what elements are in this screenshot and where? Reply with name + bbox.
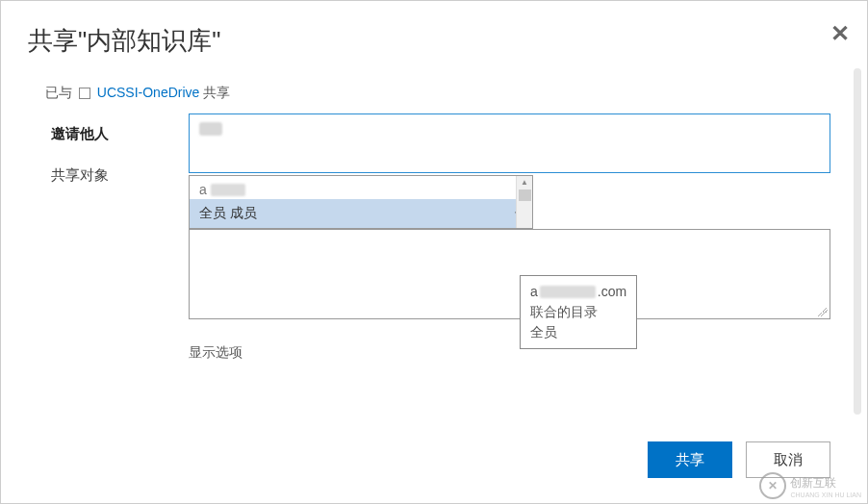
share-dialog: ✕ 共享"内部知识库" 已与 UCSSI-OneDrive 共享 邀请他人 共享… xyxy=(0,0,868,504)
redacted-text xyxy=(199,122,222,136)
tooltip-prefix: a xyxy=(530,282,538,302)
shared-link[interactable]: UCSSI-OneDrive xyxy=(97,85,200,100)
resize-handle-icon[interactable] xyxy=(818,307,828,316)
share-button[interactable]: 共享 xyxy=(648,441,732,478)
redacted-text xyxy=(540,286,596,298)
suggestion-dropdown: ▲ a 全员 成员 ▼ xyxy=(189,175,533,229)
shared-suffix: 共享 xyxy=(203,85,230,100)
tooltip-suffix: .com xyxy=(598,282,626,302)
dialog-title: 共享"内部知识库" xyxy=(1,1,867,58)
shared-prefix: 已与 xyxy=(45,85,72,100)
suggestion-prefix: a xyxy=(199,182,207,197)
sidebar-item-shared-with[interactable]: 共享对象 xyxy=(43,155,189,196)
close-icon[interactable]: ✕ xyxy=(830,22,850,45)
sidebar-item-invite[interactable]: 邀请他人 xyxy=(43,113,189,155)
dialog-scrollbar[interactable] xyxy=(854,68,861,415)
main-area: ▲ a 全员 成员 ▼ a .com xyxy=(189,113,867,362)
scroll-thumb[interactable] xyxy=(519,189,531,201)
dropdown-scrollbar[interactable]: ▲ xyxy=(516,176,532,228)
logo-icon: ✕ xyxy=(759,472,786,499)
suggestion-item-1[interactable]: a xyxy=(190,176,532,199)
sidebar: 邀请他人 共享对象 xyxy=(1,113,189,362)
people-input[interactable] xyxy=(189,113,830,173)
shared-with-row: 已与 UCSSI-OneDrive 共享 xyxy=(1,58,867,102)
shared-checkbox[interactable] xyxy=(79,88,90,99)
suggestion-tooltip: a .com 联合的目录 全员 xyxy=(520,275,637,349)
scroll-up-icon[interactable]: ▲ xyxy=(517,176,532,189)
logo-subtext: CHUANG XIN HU LIAN xyxy=(790,491,861,498)
logo-text: 创新互联 xyxy=(790,476,836,490)
tooltip-line2: 联合的目录 xyxy=(530,302,626,322)
suggestion-label: 全员 成员 xyxy=(199,205,257,222)
message-textarea[interactable] xyxy=(189,229,830,319)
tooltip-line3: 全员 xyxy=(530,322,626,342)
show-options-link[interactable]: 显示选项 xyxy=(189,344,830,362)
logo-watermark: ✕ 创新互联 CHUANG XIN HU LIAN xyxy=(759,472,861,499)
redacted-text xyxy=(211,184,245,196)
suggestion-item-selected[interactable]: 全员 成员 ▼ xyxy=(190,199,532,228)
